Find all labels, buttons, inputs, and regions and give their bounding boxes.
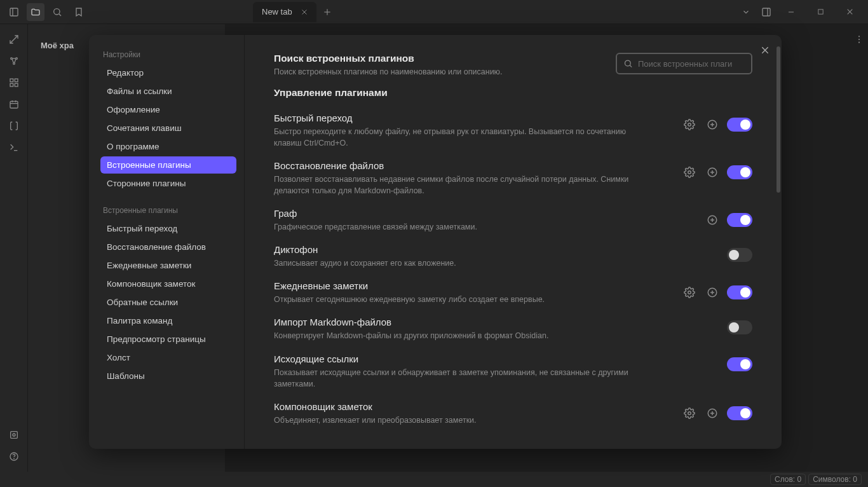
svg-rect-17	[10, 79, 13, 82]
tab[interactable]: New tab	[253, 2, 316, 22]
plugin-row: ДиктофонЗаписывает аудио и сохраняет его…	[274, 233, 752, 269]
more-icon[interactable]	[854, 34, 864, 45]
plugin-desc: Показывает исходящие ссылки и обнаружива…	[274, 367, 655, 390]
svg-rect-8	[763, 8, 770, 16]
plugin-name: Компоновщик заметок	[274, 401, 672, 412]
svg-rect-20	[15, 83, 18, 86]
nav-item[interactable]: Ежедневные заметки	[100, 257, 236, 274]
nav-item[interactable]: Встроенные плагины	[100, 156, 236, 174]
search-input[interactable]	[638, 59, 745, 69]
settings-section-title-2: Встроенные плагины	[103, 206, 236, 215]
gear-icon[interactable]	[681, 116, 698, 133]
command-palette-icon[interactable]	[5, 139, 23, 156]
settings-body: Поиск встроенных плагинов Поиск встроенн…	[245, 35, 782, 449]
plugin-name: Диктофон	[274, 244, 718, 255]
svg-line-37	[630, 65, 632, 67]
search-icon[interactable]	[48, 3, 66, 21]
gear-icon[interactable]	[681, 284, 698, 301]
window-minimize[interactable]	[778, 3, 804, 22]
nav-item[interactable]: Восстановление файлов	[100, 238, 236, 256]
sidebar-toggle-right[interactable]	[757, 3, 775, 21]
svg-rect-11	[818, 10, 822, 14]
nav-item[interactable]: Сторонние плагины	[100, 175, 236, 192]
files-icon[interactable]	[27, 3, 44, 21]
chevron-down-icon[interactable]	[737, 3, 755, 21]
nav-item[interactable]: Компоновщик заметок	[100, 275, 236, 292]
close-icon[interactable]	[757, 43, 773, 58]
gear-icon[interactable]	[681, 164, 698, 181]
search-desc: Поиск встроенных плагинов по наименовани…	[274, 67, 603, 78]
svg-rect-26	[10, 432, 17, 439]
plugin-desc: Позволяет восстанавливать недавние снимк…	[274, 174, 655, 196]
svg-point-31	[858, 36, 860, 37]
svg-rect-19	[10, 83, 13, 86]
svg-rect-21	[10, 101, 18, 108]
search-icon	[623, 58, 633, 69]
nav-item[interactable]: Редактор	[100, 64, 236, 81]
vault-icon[interactable]	[5, 426, 23, 444]
svg-point-38	[688, 123, 691, 126]
nav-item[interactable]: Палитра команд	[100, 312, 236, 329]
plugin-row: Компоновщик заметокОбъединяет, извлекает…	[274, 390, 752, 426]
status-words: Слов: 0	[770, 474, 806, 485]
plugin-name: Исходящие ссылки	[274, 353, 718, 364]
svg-point-16	[13, 63, 15, 65]
toggle[interactable]	[727, 165, 752, 179]
toggle[interactable]	[727, 248, 752, 262]
graph-icon[interactable]	[5, 52, 23, 70]
manage-heading: Управление плагинами	[274, 87, 752, 99]
svg-point-33	[858, 42, 860, 43]
nav-item[interactable]: Файлы и ссылки	[100, 83, 236, 100]
nav-item[interactable]: Обратные ссылки	[100, 294, 236, 311]
settings-section-title: Настройки	[103, 50, 236, 59]
search-box[interactable]	[616, 53, 752, 74]
nav-item[interactable]: Предпросмотр страницы	[100, 331, 236, 348]
bookmark-icon[interactable]	[70, 3, 88, 21]
svg-point-14	[10, 58, 12, 60]
plugin-desc: Записывает аудио и сохраняет его как вло…	[274, 257, 655, 269]
search-title: Поиск встроенных плагинов	[274, 53, 603, 64]
templates-icon[interactable]	[5, 117, 23, 135]
plugin-row: Исходящие ссылкиПоказывает исходящие ссы…	[274, 342, 752, 390]
svg-rect-18	[15, 79, 18, 82]
svg-point-32	[858, 39, 860, 40]
settings-nav: Настройки РедакторФайлы и ссылкиОформлен…	[89, 35, 245, 449]
toggle[interactable]	[727, 285, 752, 299]
plus-circle-icon[interactable]	[704, 116, 721, 133]
plugin-desc: Графическое представление связей между з…	[274, 221, 655, 233]
nav-item[interactable]: Быстрый переход	[100, 220, 236, 237]
plugin-row: Восстановление файловПозволяет восстанав…	[274, 149, 752, 196]
plugin-row: Импорт Markdown-файловКонвертирует Markd…	[274, 305, 752, 341]
toggle[interactable]	[727, 213, 752, 227]
svg-point-29	[13, 458, 14, 459]
gear-icon[interactable]	[681, 405, 698, 422]
svg-line-3	[59, 14, 61, 16]
daily-note-icon[interactable]	[5, 95, 23, 113]
quick-switcher-icon[interactable]	[5, 31, 23, 48]
svg-point-15	[15, 58, 17, 60]
window-maximize[interactable]	[807, 3, 834, 22]
close-icon[interactable]	[299, 6, 310, 18]
plus-circle-icon[interactable]	[704, 405, 721, 422]
toggle[interactable]	[727, 320, 752, 334]
nav-item[interactable]: Оформление	[100, 101, 236, 118]
plugin-desc: Конвертирует Markdown-файлы из других пр…	[274, 330, 655, 341]
nav-item[interactable]: Сочетания клавиш	[100, 120, 236, 137]
sidebar-toggle-left[interactable]	[5, 3, 23, 21]
svg-point-27	[13, 434, 15, 436]
scrollbar-thumb[interactable]	[776, 46, 780, 193]
nav-item[interactable]: Холст	[100, 349, 236, 366]
plugin-row: ГрафГрафическое представление связей меж…	[274, 196, 752, 233]
toggle[interactable]	[727, 357, 752, 371]
toggle[interactable]	[727, 118, 752, 132]
nav-item[interactable]: О программе	[100, 138, 236, 155]
plus-circle-icon[interactable]	[704, 212, 721, 228]
plus-circle-icon[interactable]	[704, 164, 721, 181]
toggle[interactable]	[727, 406, 752, 420]
nav-item[interactable]: Шаблоны	[100, 367, 236, 385]
help-icon[interactable]	[5, 448, 23, 465]
plus-circle-icon[interactable]	[704, 284, 721, 301]
canvas-icon[interactable]	[5, 74, 23, 92]
window-close[interactable]	[836, 3, 863, 22]
add-tab-icon[interactable]	[322, 6, 333, 18]
